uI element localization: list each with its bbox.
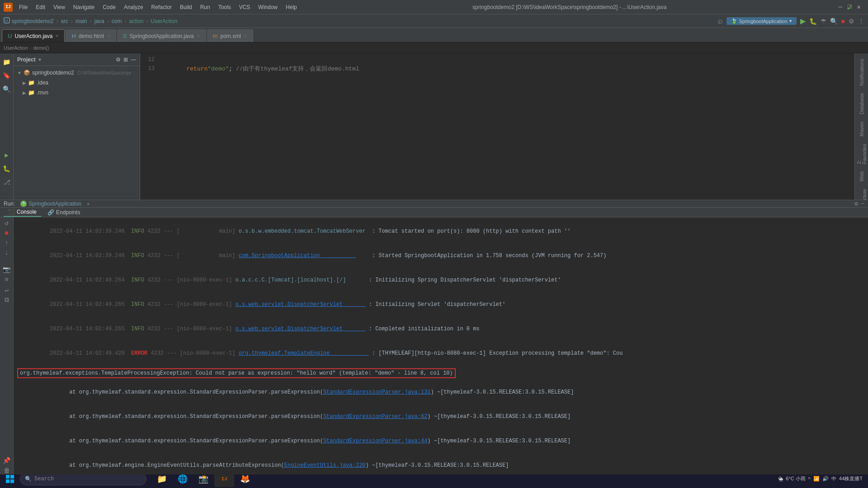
tab-icon-demo: H <box>71 33 75 39</box>
right-tab-structure[interactable]: 7: Structure <box>854 185 868 200</box>
menu-tools[interactable]: Tools <box>215 3 235 11</box>
stop-button[interactable]: ■ <box>841 18 845 25</box>
pin-icon[interactable]: 📌 <box>3 457 10 465</box>
project-dropdown[interactable]: ▾ <box>38 56 41 63</box>
nav-project-icon: IJ <box>4 17 10 25</box>
right-sidebar: Notifications Database Maven 2: Favorite… <box>854 53 868 200</box>
menu-help[interactable]: Help <box>282 3 301 11</box>
win-clock[interactable]: 44株直播T <box>839 475 863 482</box>
tree-idea[interactable]: ▶ 📁 .idea <box>14 78 140 88</box>
menu-navigate[interactable]: Navigate <box>70 3 98 11</box>
copy-icon[interactable]: ⧉ <box>5 296 9 304</box>
code-text-12 <box>158 56 172 63</box>
right-tab-web[interactable]: Web <box>857 168 866 185</box>
code-text-13 <box>158 66 186 72</box>
filter-icon[interactable]: ≡ <box>5 276 8 283</box>
code-content[interactable]: 12 13 return "demo" ; //由于有thymeleaf支持，会… <box>140 53 854 200</box>
tab-close-springboot[interactable]: ✕ <box>197 33 200 38</box>
menu-run[interactable]: Run <box>197 3 214 11</box>
close-button[interactable]: ✕ <box>857 3 861 11</box>
menu-edit[interactable]: Edit <box>32 3 49 11</box>
more-button[interactable]: ⋮ <box>858 18 864 25</box>
stack-line-2: at org.thymeleaf.standard.expression.Sta… <box>17 404 864 429</box>
menu-code[interactable]: Code <box>99 3 119 11</box>
debug-button[interactable]: 🐛 <box>809 18 817 25</box>
minimize-button[interactable]: — <box>839 3 842 11</box>
nav-springbootdemo2[interactable]: springbootdemo2 <box>12 18 54 24</box>
coverage-button[interactable]: ☂ <box>821 18 826 25</box>
nav-main[interactable]: main <box>75 18 87 24</box>
menu-view[interactable]: View <box>50 3 69 11</box>
nav-search-button[interactable]: ⌕ <box>718 16 723 26</box>
console-label: Console <box>17 209 37 215</box>
right-tab-favorites[interactable]: 2: Favorites <box>854 140 868 168</box>
screenshot-icon[interactable]: 📷 <box>3 266 10 273</box>
sidebar-run-icon[interactable]: ▶ <box>2 150 12 160</box>
run-config-dropdown[interactable]: ▾ <box>789 18 792 24</box>
win-search-bar[interactable]: 🔍 Search <box>20 473 146 485</box>
bc-useraction[interactable]: UserAction <box>4 45 28 51</box>
restart-icon[interactable]: ↺ <box>5 219 8 227</box>
sidebar-find-icon[interactable]: 🔍 <box>2 84 12 94</box>
nav-src[interactable]: src <box>61 18 68 24</box>
right-tab-database[interactable]: Database <box>857 89 866 118</box>
wrap-icon[interactable]: ↵ <box>5 286 8 294</box>
tab-close-demo[interactable]: ✕ <box>107 33 110 38</box>
console-content[interactable]: 2022-04-11 14:02:39.246 INFO 4232 --- [ … <box>14 217 868 474</box>
tab-demo[interactable]: H demo.html ✕ <box>66 29 116 42</box>
sidebar-debug-icon[interactable]: 🐛 <box>2 164 12 174</box>
menu-build[interactable]: Build <box>176 3 196 11</box>
log-line-5: 2022-04-11 14:02:49.265 INFO 4232 --- [n… <box>17 317 864 341</box>
endpoints-icon: 🔗 <box>47 209 54 216</box>
menu-analyze[interactable]: Analyze <box>120 3 147 11</box>
nav-useraction[interactable]: UserAction <box>151 18 177 24</box>
menu-window[interactable]: Window <box>255 3 281 11</box>
svg-rect-4 <box>6 479 9 483</box>
svg-rect-2 <box>6 475 9 479</box>
nav-java[interactable]: java <box>94 18 104 24</box>
project-layout-icon[interactable]: ⊞ <box>123 56 128 63</box>
volume-icon: 🔊 <box>822 476 829 482</box>
menu-refactor[interactable]: Refactor <box>148 3 175 11</box>
scroll-up-icon[interactable]: ↑ <box>5 239 8 247</box>
tab-springboot[interactable]: S SpringbootApplication.java ✕ <box>117 29 206 42</box>
tab-label-pom: pom.xml <box>220 33 241 39</box>
menu-file[interactable]: File <box>15 3 31 11</box>
tree-mvn[interactable]: ▶ 📁 .mvn <box>14 88 140 98</box>
project-gear-icon[interactable]: ⚙ <box>116 56 121 63</box>
run-panel-settings[interactable]: ⚙ <box>854 200 858 207</box>
stack-line-4: at org.thymeleaf.engine.EngineEventUtils… <box>17 453 864 474</box>
taskbar-up-arrow[interactable]: ^ <box>808 476 811 482</box>
console-tab[interactable]: ⬛ Console <box>4 208 41 217</box>
tree-root-label: springbootdemo2 <box>32 70 74 76</box>
endpoints-tab[interactable]: 🔗 Endpoints <box>43 208 85 216</box>
run-panel-controls: ⚙ — <box>854 200 864 207</box>
run-config[interactable]: 🍃 SpringbootApplication ▾ <box>726 17 797 25</box>
right-tab-notifications[interactable]: Notifications <box>857 55 866 89</box>
tree-root[interactable]: ▼ 📦 springbootdemo2 D:\WS\ideaWorkSpace\… <box>14 68 140 78</box>
scroll-down-icon[interactable]: ↓ <box>5 249 8 257</box>
tab-pom[interactable]: m pom.xml ✕ <box>207 29 253 42</box>
network-icon: 📶 <box>813 476 820 482</box>
sidebar-project-icon[interactable]: 📁 <box>2 57 12 67</box>
run-tab-close[interactable]: ✕ <box>87 201 90 207</box>
tab-close-useraction[interactable]: ✕ <box>55 33 59 38</box>
project-minimize-icon[interactable]: — <box>131 56 136 63</box>
bc-demo[interactable]: demo() <box>33 45 49 51</box>
nav-right: ⌕ 🍃 SpringbootApplication ▾ ▶ 🐛 ☂ 🔍 ■ ⚙ … <box>718 16 865 26</box>
search-everywhere[interactable]: 🔍 <box>830 18 838 25</box>
sidebar-bookmark-icon[interactable]: 🔖 <box>2 70 12 80</box>
menu-vcs[interactable]: VCS <box>236 3 254 11</box>
nav-action[interactable]: action <box>129 18 143 24</box>
right-tab-maven[interactable]: Maven <box>857 118 866 140</box>
delete-icon[interactable]: 🗑 <box>4 467 10 474</box>
settings-button[interactable]: ⚙ <box>849 18 854 25</box>
sidebar-git-icon[interactable]: ⎇ <box>2 177 12 187</box>
run-panel-minimize[interactable]: — <box>861 200 864 207</box>
tab-close-pom[interactable]: ✕ <box>244 33 247 38</box>
ime-indicator[interactable]: 中 <box>831 475 836 482</box>
nav-com[interactable]: com <box>112 18 122 24</box>
stop-icon[interactable]: ■ <box>5 230 8 237</box>
tab-useraction[interactable]: U UserAction.java ✕ <box>2 29 65 42</box>
run-button[interactable]: ▶ <box>800 17 806 25</box>
